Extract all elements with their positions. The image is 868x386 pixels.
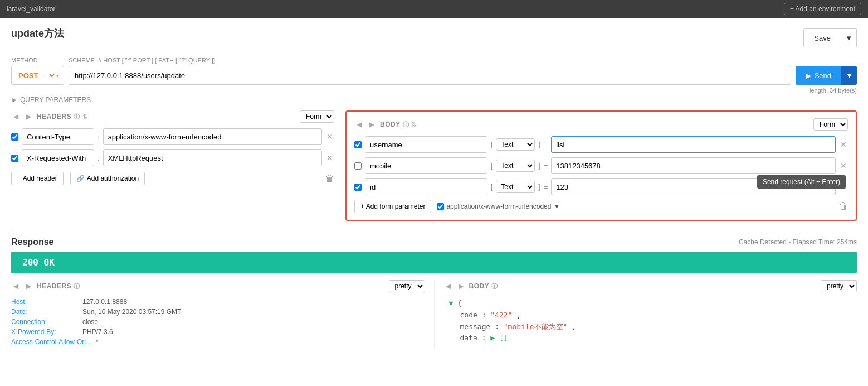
page-title: update方法 [11,27,64,40]
chevron-down-icon: ▼ [846,71,853,80]
body-row-3-type-select[interactable]: Text File [496,181,535,193]
body-row-2-value[interactable] [551,157,836,174]
delete-headers-icon[interactable]: 🗑 [325,173,334,184]
encoding-label[interactable]: application/x-www-form-urlencoded ▼ [437,202,560,210]
resp-body-info-icon: ⓘ [491,282,498,291]
header-row: : ✕ [11,149,334,166]
send-dropdown-arrow[interactable]: ▼ [841,66,857,85]
resp-body-format-select[interactable]: pretty raw [821,280,857,292]
header-row-1-value[interactable] [103,128,322,145]
body-format-select[interactable]: Form Raw [813,118,848,131]
query-params-row: ► QUERY PARAMETERS [11,96,857,104]
resp-headers-format-select[interactable]: pretty raw [389,280,425,292]
response-title: Response [11,237,53,247]
resp-body-title: BODY ⓘ [469,282,498,291]
headers-sort-icon: ⇅ [82,113,88,120]
status-bar: 200 OK [11,252,857,273]
body-row-1-remove-icon[interactable]: ✕ [839,139,848,150]
body-expand-arrow[interactable]: ▶ [367,119,377,129]
header-row-2-key[interactable] [22,149,94,166]
method-select[interactable]: POST GET PUT DELETE [16,71,56,80]
body-row-2-remove-icon[interactable]: ✕ [839,160,848,171]
send-button[interactable]: ▶ Send [796,66,841,85]
resp-header-row: Access-Control-Allow-Ori... * [11,338,425,346]
header-actions: + Add header 🔗 Add authorization 🗑 [11,172,334,185]
resp-header-key: Access-Control-Allow-Ori... [11,338,91,346]
response-body-code: ▼ { code : "422" , message : "mobile不能为空… [443,298,857,344]
resp-header-value: PHP/7.3.6 [82,328,113,336]
resp-headers-expand-arrow[interactable]: ▶ [24,281,33,291]
header-row-2-value[interactable] [103,149,322,166]
headers-panel: ◀ ▶ HEADERS ⓘ ⇅ Form Raw : [11,110,334,221]
resp-headers-collapse-arrow[interactable]: ◀ [11,281,21,291]
method-label: METHOD [11,57,64,64]
body-collapse-arrow[interactable]: ◀ [354,119,364,129]
query-params-toggle[interactable]: ► QUERY PARAMETERS [11,96,857,104]
url-input[interactable] [69,66,791,85]
resp-headers-section-header: ◀ ▶ HEADERS ⓘ pretty raw [11,280,425,292]
resp-header-row: X-Powered-By: PHP/7.3.6 [11,328,425,336]
body-row-3-key[interactable] [365,178,487,195]
body-panel: ◀ ▶ BODY ⓘ ⇅ Form Raw [345,110,857,221]
encoding-dropdown-icon: ▼ [553,202,560,210]
body-row-2-type-select[interactable]: Text File [496,160,535,172]
save-btn-group: Save ▼ [803,28,857,47]
resp-header-value: 127.0.0.1:8888 [82,298,127,306]
add-header-button[interactable]: + Add header [11,172,64,185]
send-icon: ▶ [806,71,811,80]
url-label: SCHEME :// HOST [ ":" PORT ] [ PATH [ "?… [69,57,791,64]
save-button[interactable]: Save [803,28,841,47]
method-select-wrapper: POST GET PUT DELETE ▾ [11,66,64,85]
length-info: length: 34 byte(s) [11,87,857,94]
code-arrow-down: ▼ [449,299,453,307]
response-header-row: Response Cache Detected - Elapsed Time: … [11,237,857,247]
body-row-2-checkbox[interactable] [354,162,362,170]
add-form-param-button[interactable]: + Add form parameter [354,200,431,213]
add-param-row: + Add form parameter application/x-www-f… [354,200,848,213]
send-tooltip: Send request (Alt + Enter) [757,175,846,189]
section-row: ◀ ▶ HEADERS ⓘ ⇅ Form Raw : [11,110,857,221]
response-headers-list: Host: 127.0.0.1:8888 Date: Sun, 10 May 2… [11,298,425,346]
resp-header-key: Host: [11,298,78,306]
body-row-1-key[interactable] [365,136,487,153]
resp-header-row: Connection: close [11,318,425,326]
header-row-2-remove-icon[interactable]: ✕ [325,152,334,163]
resp-header-value: Sun, 10 May 2020 03:57:19 GMT [82,308,181,316]
main-content: update方法 Save ▼ METHOD POST GET PUT DELE… [0,18,868,386]
resp-header-key: Date: [11,308,78,316]
add-auth-button[interactable]: 🔗 Add authorization [70,172,145,185]
resp-header-key: X-Powered-By: [11,328,78,336]
body-row-1-value[interactable] [551,136,836,153]
body-row-1-type-select[interactable]: Text File [496,138,535,151]
header-row-1-key[interactable] [22,128,94,145]
headers-title: HEADERS ⓘ ⇅ [37,113,87,121]
app-title: laravel_validator [7,5,55,13]
headers-section-header: ◀ ▶ HEADERS ⓘ ⇅ Form Raw [11,110,334,123]
response-body-panel: ◀ ▶ BODY ⓘ pretty raw ▼ [435,280,857,348]
header-row-1-checkbox[interactable] [11,133,18,141]
body-panel-box: ◀ ▶ BODY ⓘ ⇅ Form Raw [345,110,857,221]
resp-body-expand-arrow[interactable]: ▶ [456,281,466,291]
url-group: SCHEME :// HOST [ ":" PORT ] [ PATH [ "?… [69,57,791,85]
send-btn-group: ▶ Send ▼ [796,66,857,85]
url-row: METHOD POST GET PUT DELETE ▾ SCHEME :// … [11,57,857,85]
headers-expand-arrow[interactable]: ▶ [24,112,33,122]
resp-body-collapse-arrow[interactable]: ◀ [443,281,453,291]
response-panels-row: ◀ ▶ HEADERS ⓘ pretty raw Host: [11,280,857,348]
body-param-row: [ Text File ] = ✕ [354,136,848,153]
method-group: METHOD POST GET PUT DELETE ▾ [11,57,64,85]
save-dropdown-arrow[interactable]: ▼ [841,28,857,47]
body-row-2-key[interactable] [365,157,487,174]
resp-headers-title: HEADERS ⓘ [37,282,80,291]
add-environment-button[interactable]: + Add an environment [784,3,861,15]
headers-collapse-arrow[interactable]: ◀ [11,112,21,122]
encoding-checkbox[interactable] [437,203,444,210]
header-row-1-remove-icon[interactable]: ✕ [325,131,334,142]
top-bar: laravel_validator + Add an environment [0,0,868,18]
delete-body-icon[interactable]: 🗑 [839,201,848,211]
headers-format-select[interactable]: Form Raw [300,110,334,123]
data-expand-icon[interactable]: ▶ [] [490,334,508,342]
body-row-1-checkbox[interactable] [354,141,362,148]
header-row-2-checkbox[interactable] [11,155,18,162]
body-row-3-checkbox[interactable] [354,184,362,191]
